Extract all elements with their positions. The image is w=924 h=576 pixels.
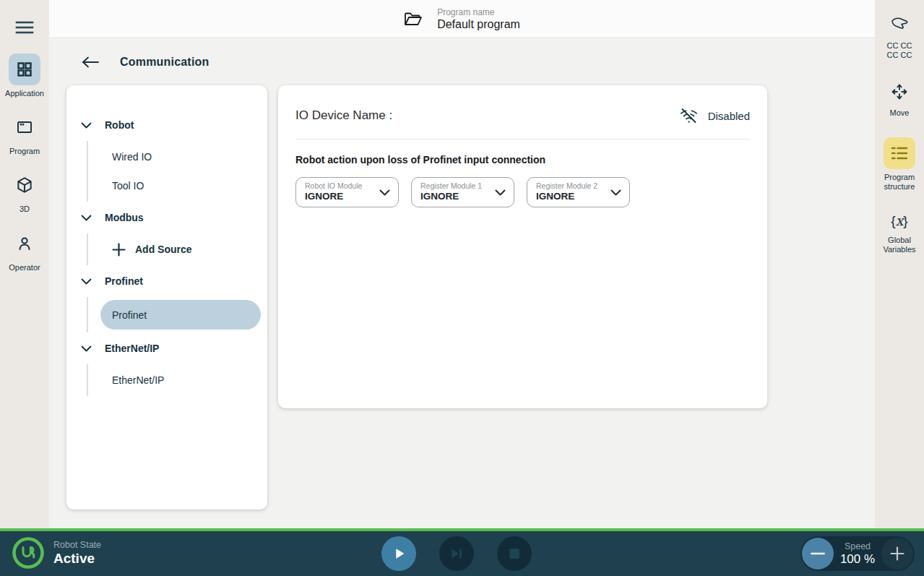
tree-section-label: Robot <box>105 119 134 131</box>
tree-item-label: Tool IO <box>112 180 144 192</box>
cube-icon <box>9 169 40 201</box>
top-header: Program name Default program <box>49 0 875 38</box>
tree-children-ethernet-ip: EtherNet/IP <box>87 364 267 396</box>
add-source-button[interactable]: Add Source <box>88 235 267 264</box>
chevron-down-icon <box>379 189 390 196</box>
robot-control-footer: Robot State Active <box>0 528 924 576</box>
dropdown-label: Register Module 1 <box>420 181 492 190</box>
chevron-down-icon <box>81 122 92 129</box>
tree-section-robot[interactable]: Robot <box>66 109 267 141</box>
program-name-value: Default program <box>437 18 520 31</box>
tree-item-ethernet-ip[interactable]: EtherNet/IP <box>88 366 267 395</box>
chevron-down-icon <box>610 189 621 196</box>
page-title: Communication <box>120 56 210 69</box>
robot-state-value: Active <box>53 551 101 567</box>
tree-section-modbus[interactable]: Modbus <box>66 202 267 233</box>
program-name-label: Program name <box>437 7 520 17</box>
right-sidebar: CC CC CC CC Move <box>875 0 924 528</box>
io-device-name-label: IO Device Name : <box>295 103 392 123</box>
move-arrows-icon <box>884 79 915 105</box>
communication-tree-card: Robot Wired IO Tool IO Modbus <box>66 85 267 510</box>
rail-item-label: Global Variables <box>883 236 915 254</box>
plus-icon <box>890 546 904 561</box>
divider <box>295 139 750 139</box>
dropdown-value: IGNORE <box>305 191 376 202</box>
grid-icon <box>9 53 40 85</box>
tree-section-label: Modbus <box>105 212 144 223</box>
tree-section-ethernet-ip[interactable]: EtherNet/IP <box>66 332 267 364</box>
variables-icon: {x} <box>884 210 915 232</box>
speed-control: Speed 100 % <box>800 536 915 571</box>
chevron-down-icon <box>81 215 92 221</box>
tree-section-label: EtherNet/IP <box>105 343 159 354</box>
tree-children-modbus: Add Source <box>87 233 267 265</box>
chevron-down-icon <box>81 345 92 352</box>
communication-tree: Robot Wired IO Tool IO Modbus <box>66 85 267 396</box>
tree-item-label: EtherNet/IP <box>112 374 164 386</box>
sidebar-item-3d[interactable]: 3D <box>5 169 44 214</box>
speed-increase-button[interactable] <box>881 538 913 569</box>
minus-icon <box>811 552 825 555</box>
speed-label: Speed <box>845 541 871 551</box>
dropdown-label: Register Module 2 <box>536 181 608 190</box>
ur-logo <box>12 536 45 569</box>
tree-children-profinet: Profinet <box>87 297 267 332</box>
stop-icon <box>506 546 522 562</box>
sidebar-item-label: Program <box>9 147 40 156</box>
rail-item-program-structure[interactable]: Program structure <box>883 137 915 192</box>
arrow-left-icon <box>81 56 100 69</box>
add-source-label: Add Source <box>135 244 192 255</box>
robot-state-label: Robot State <box>53 540 101 550</box>
list-icon <box>884 137 915 169</box>
stop-button[interactable] <box>497 536 532 571</box>
chevron-down-icon <box>495 189 506 196</box>
sidebar-item-label: Application <box>5 89 44 98</box>
panel-header: IO Device Name : Disabled <box>295 103 750 139</box>
action-dropdown-row: Robot IO Module IGNORE Register Module 1… <box>295 177 750 207</box>
tree-item-tool-io[interactable]: Tool IO <box>88 171 267 200</box>
main-content: Communication Robot Wired IO Tool IO <box>49 38 875 528</box>
rail-item-freedrive[interactable]: CC CC CC CC <box>883 12 915 60</box>
window-icon <box>9 111 40 143</box>
rail-item-global-variables[interactable]: {x} Global Variables <box>883 210 915 254</box>
profinet-detail-card: IO Device Name : Disabled Robot action u… <box>278 85 767 408</box>
robot-state-button[interactable]: Robot State Active <box>12 536 101 569</box>
speed-value: 100 % <box>840 552 875 567</box>
wifi-off-icon <box>679 107 699 125</box>
hamburger-menu-button[interactable] <box>9 12 40 43</box>
play-button[interactable] <box>381 536 416 571</box>
tree-children-robot: Wired IO Tool IO <box>87 141 267 202</box>
panel-subtitle: Robot action upon loss of Profinet input… <box>295 154 750 166</box>
register-module-2-dropdown[interactable]: Register Module 2 IGNORE <box>527 177 630 207</box>
skip-next-icon <box>449 546 465 562</box>
sidebar-item-label: Operator <box>9 263 40 272</box>
sidebar-item-application[interactable]: Application <box>5 53 44 98</box>
tree-item-profinet-selected[interactable]: Profinet <box>100 300 261 330</box>
back-button[interactable] <box>81 53 100 72</box>
freedrive-hand-icon <box>884 12 915 38</box>
page-header: Communication <box>81 53 210 72</box>
tree-section-profinet[interactable]: Profinet <box>66 265 267 297</box>
plus-icon <box>112 243 126 257</box>
program-selector[interactable]: Program name Default program <box>404 7 520 31</box>
tree-item-label: Wired IO <box>112 151 152 163</box>
rail-item-label: Move <box>890 108 910 118</box>
rail-item-move[interactable]: Move <box>883 79 915 118</box>
dropdown-value: IGNORE <box>420 191 492 202</box>
left-sidebar: Application Program 3D <box>0 0 49 528</box>
app-window: Application Program 3D <box>0 0 924 576</box>
tree-item-wired-io[interactable]: Wired IO <box>88 142 267 171</box>
hamburger-icon <box>15 20 34 35</box>
skip-next-button[interactable] <box>439 536 474 571</box>
speed-readout: Speed 100 % <box>834 541 881 567</box>
rail-item-label: CC CC CC CC <box>887 41 912 60</box>
folder-open-icon <box>404 11 423 27</box>
dropdown-value: IGNORE <box>536 191 608 202</box>
register-module-1-dropdown[interactable]: Register Module 1 IGNORE <box>411 177 514 207</box>
sidebar-item-operator[interactable]: Operator <box>5 228 44 272</box>
speed-decrease-button[interactable] <box>802 538 834 569</box>
sidebar-item-program[interactable]: Program <box>5 111 44 156</box>
robot-io-module-dropdown[interactable]: Robot IO Module IGNORE <box>295 177 399 207</box>
chevron-down-icon <box>81 278 92 285</box>
sidebar-item-label: 3D <box>20 205 30 214</box>
